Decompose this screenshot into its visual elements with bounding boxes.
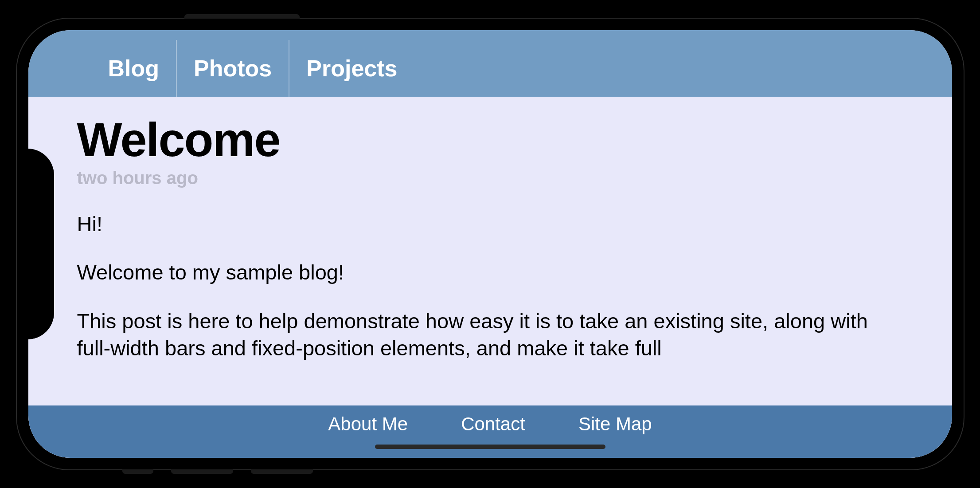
footer-link-about[interactable]: About Me — [328, 413, 408, 435]
post-body: Hi! Welcome to my sample blog! This post… — [77, 210, 903, 361]
post-title: Welcome — [77, 114, 903, 165]
nav-tab-photos[interactable]: Photos — [177, 40, 289, 97]
nav-tab-projects[interactable]: Projects — [289, 40, 414, 97]
device-frame: Blog Photos Projects Welcome two hours a… — [16, 18, 964, 470]
post-paragraph: This post is here to help demonstrate ho… — [77, 307, 903, 362]
post-paragraph: Hi! — [77, 210, 903, 237]
device-side-buttons — [122, 469, 313, 474]
top-nav: Blog Photos Projects — [28, 30, 952, 97]
post-timestamp: two hours ago — [77, 168, 903, 188]
nav-tab-blog[interactable]: Blog — [86, 40, 177, 97]
device-notch — [28, 149, 54, 339]
home-indicator[interactable] — [375, 445, 605, 449]
post-paragraph: Welcome to my sample blog! — [77, 259, 903, 286]
main-content[interactable]: Welcome two hours ago Hi! Welcome to my … — [28, 97, 952, 458]
footer-link-contact[interactable]: Contact — [461, 413, 525, 435]
footer-link-sitemap[interactable]: Site Map — [578, 413, 652, 435]
bottom-nav: About Me Contact Site Map — [28, 405, 952, 458]
device-top-button — [184, 14, 300, 19]
